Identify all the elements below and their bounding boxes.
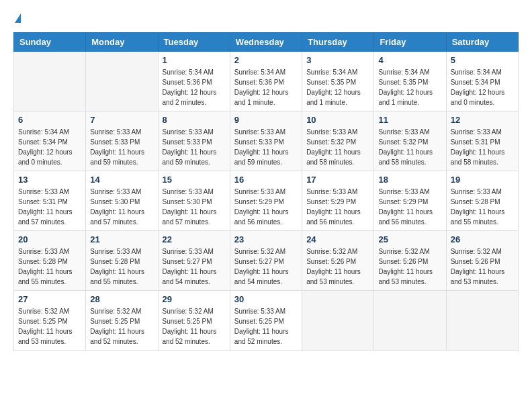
day-info: Sunrise: 5:34 AMSunset: 5:36 PMDaylight:… (234, 67, 298, 107)
day-number: 9 (234, 115, 298, 125)
day-info: Sunrise: 5:33 AMSunset: 5:30 PMDaylight:… (163, 187, 226, 227)
calendar-week-row: 6Sunrise: 5:34 AMSunset: 5:34 PMDaylight… (14, 111, 519, 171)
calendar-week-row: 1Sunrise: 5:34 AMSunset: 5:36 PMDaylight… (14, 52, 519, 111)
calendar-week-row: 27Sunrise: 5:32 AMSunset: 5:25 PMDayligh… (14, 291, 519, 351)
day-info: Sunrise: 5:32 AMSunset: 5:25 PMDaylight:… (163, 306, 226, 347)
day-number: 13 (18, 175, 81, 185)
calendar-cell: 18Sunrise: 5:33 AMSunset: 5:29 PMDayligh… (374, 171, 446, 231)
calendar-cell: 25Sunrise: 5:32 AMSunset: 5:26 PMDayligh… (374, 231, 446, 291)
calendar-cell: 29Sunrise: 5:32 AMSunset: 5:25 PMDayligh… (158, 291, 230, 351)
day-info: Sunrise: 5:33 AMSunset: 5:33 PMDaylight:… (90, 127, 153, 167)
calendar-table: SundayMondayTuesdayWednesdayThursdayFrid… (13, 32, 519, 351)
day-info: Sunrise: 5:33 AMSunset: 5:33 PMDaylight:… (163, 127, 226, 167)
day-number: 21 (90, 234, 153, 244)
calendar-cell: 8Sunrise: 5:33 AMSunset: 5:33 PMDaylight… (158, 111, 230, 171)
day-number: 8 (163, 115, 226, 125)
calendar-cell: 7Sunrise: 5:33 AMSunset: 5:33 PMDaylight… (86, 111, 158, 171)
day-number: 11 (378, 115, 441, 125)
day-info: Sunrise: 5:32 AMSunset: 5:25 PMDaylight:… (90, 306, 153, 347)
day-info: Sunrise: 5:34 AMSunset: 5:35 PMDaylight:… (306, 67, 369, 107)
calendar-cell: 2Sunrise: 5:34 AMSunset: 5:36 PMDaylight… (230, 52, 302, 111)
calendar-cell: 6Sunrise: 5:34 AMSunset: 5:34 PMDaylight… (14, 111, 86, 171)
day-info: Sunrise: 5:33 AMSunset: 5:27 PMDaylight:… (163, 246, 226, 287)
logo (13, 13, 21, 21)
calendar-week-row: 20Sunrise: 5:33 AMSunset: 5:28 PMDayligh… (14, 231, 519, 291)
calendar-cell: 23Sunrise: 5:32 AMSunset: 5:27 PMDayligh… (230, 231, 302, 291)
day-number: 15 (163, 175, 226, 185)
day-info: Sunrise: 5:33 AMSunset: 5:31 PMDaylight:… (18, 187, 81, 227)
day-number: 26 (451, 234, 514, 244)
calendar-cell (302, 291, 374, 351)
calendar-cell (374, 291, 446, 351)
calendar-cell: 19Sunrise: 5:33 AMSunset: 5:28 PMDayligh… (446, 171, 518, 231)
day-number: 29 (163, 294, 226, 304)
day-info: Sunrise: 5:33 AMSunset: 5:33 PMDaylight:… (234, 127, 298, 167)
day-number: 17 (306, 175, 369, 185)
day-info: Sunrise: 5:33 AMSunset: 5:25 PMDaylight:… (234, 306, 298, 347)
day-number: 22 (163, 234, 226, 244)
day-number: 23 (234, 234, 298, 244)
day-info: Sunrise: 5:33 AMSunset: 5:32 PMDaylight:… (306, 127, 369, 167)
day-info: Sunrise: 5:32 AMSunset: 5:26 PMDaylight:… (451, 246, 514, 287)
calendar-cell: 20Sunrise: 5:33 AMSunset: 5:28 PMDayligh… (14, 231, 86, 291)
calendar-cell: 28Sunrise: 5:32 AMSunset: 5:25 PMDayligh… (86, 291, 158, 351)
calendar-cell: 17Sunrise: 5:33 AMSunset: 5:29 PMDayligh… (302, 171, 374, 231)
logo-triangle-icon (15, 13, 21, 23)
calendar-cell: 5Sunrise: 5:34 AMSunset: 5:34 PMDaylight… (446, 52, 518, 111)
day-info: Sunrise: 5:33 AMSunset: 5:28 PMDaylight:… (451, 187, 514, 227)
calendar-cell: 10Sunrise: 5:33 AMSunset: 5:32 PMDayligh… (302, 111, 374, 171)
column-header-monday: Monday (86, 33, 158, 52)
day-number: 18 (378, 175, 441, 185)
calendar-cell: 12Sunrise: 5:33 AMSunset: 5:31 PMDayligh… (446, 111, 518, 171)
column-header-wednesday: Wednesday (230, 33, 302, 52)
day-number: 1 (163, 55, 226, 65)
day-number: 20 (18, 234, 81, 244)
calendar-cell: 3Sunrise: 5:34 AMSunset: 5:35 PMDaylight… (302, 52, 374, 111)
day-info: Sunrise: 5:33 AMSunset: 5:29 PMDaylight:… (306, 187, 369, 227)
column-header-thursday: Thursday (302, 33, 374, 52)
day-number: 16 (234, 175, 298, 185)
day-number: 14 (90, 175, 153, 185)
calendar-cell: 27Sunrise: 5:32 AMSunset: 5:25 PMDayligh… (14, 291, 86, 351)
day-info: Sunrise: 5:34 AMSunset: 5:34 PMDaylight:… (18, 127, 81, 167)
day-number: 19 (451, 175, 514, 185)
page-header (13, 13, 519, 21)
day-info: Sunrise: 5:33 AMSunset: 5:28 PMDaylight:… (90, 246, 153, 287)
day-number: 5 (451, 55, 514, 65)
day-number: 27 (18, 294, 81, 304)
calendar-cell: 9Sunrise: 5:33 AMSunset: 5:33 PMDaylight… (230, 111, 302, 171)
day-info: Sunrise: 5:33 AMSunset: 5:32 PMDaylight:… (378, 127, 441, 167)
day-number: 7 (90, 115, 153, 125)
calendar-cell: 22Sunrise: 5:33 AMSunset: 5:27 PMDayligh… (158, 231, 230, 291)
calendar-cell: 1Sunrise: 5:34 AMSunset: 5:36 PMDaylight… (158, 52, 230, 111)
day-info: Sunrise: 5:33 AMSunset: 5:28 PMDaylight:… (18, 246, 81, 287)
day-number: 2 (234, 55, 298, 65)
day-info: Sunrise: 5:33 AMSunset: 5:30 PMDaylight:… (90, 187, 153, 227)
column-header-saturday: Saturday (446, 33, 518, 52)
calendar-header-row: SundayMondayTuesdayWednesdayThursdayFrid… (14, 33, 519, 52)
column-header-friday: Friday (374, 33, 446, 52)
calendar-cell: 30Sunrise: 5:33 AMSunset: 5:25 PMDayligh… (230, 291, 302, 351)
calendar-cell: 15Sunrise: 5:33 AMSunset: 5:30 PMDayligh… (158, 171, 230, 231)
day-info: Sunrise: 5:32 AMSunset: 5:25 PMDaylight:… (18, 306, 81, 347)
day-info: Sunrise: 5:32 AMSunset: 5:27 PMDaylight:… (234, 246, 298, 287)
day-info: Sunrise: 5:34 AMSunset: 5:34 PMDaylight:… (451, 67, 514, 107)
calendar-cell: 16Sunrise: 5:33 AMSunset: 5:29 PMDayligh… (230, 171, 302, 231)
day-number: 10 (306, 115, 369, 125)
day-number: 4 (378, 55, 441, 65)
calendar-week-row: 13Sunrise: 5:33 AMSunset: 5:31 PMDayligh… (14, 171, 519, 231)
column-header-tuesday: Tuesday (158, 33, 230, 52)
calendar-cell (86, 52, 158, 111)
day-info: Sunrise: 5:33 AMSunset: 5:29 PMDaylight:… (234, 187, 298, 227)
calendar-cell: 11Sunrise: 5:33 AMSunset: 5:32 PMDayligh… (374, 111, 446, 171)
calendar-cell: 13Sunrise: 5:33 AMSunset: 5:31 PMDayligh… (14, 171, 86, 231)
day-info: Sunrise: 5:33 AMSunset: 5:29 PMDaylight:… (378, 187, 441, 227)
day-number: 24 (306, 234, 369, 244)
calendar-cell: 21Sunrise: 5:33 AMSunset: 5:28 PMDayligh… (86, 231, 158, 291)
column-header-sunday: Sunday (14, 33, 86, 52)
calendar-cell: 4Sunrise: 5:34 AMSunset: 5:35 PMDaylight… (374, 52, 446, 111)
day-number: 6 (18, 115, 81, 125)
day-number: 25 (378, 234, 441, 244)
day-info: Sunrise: 5:34 AMSunset: 5:36 PMDaylight:… (163, 67, 226, 107)
day-number: 3 (306, 55, 369, 65)
